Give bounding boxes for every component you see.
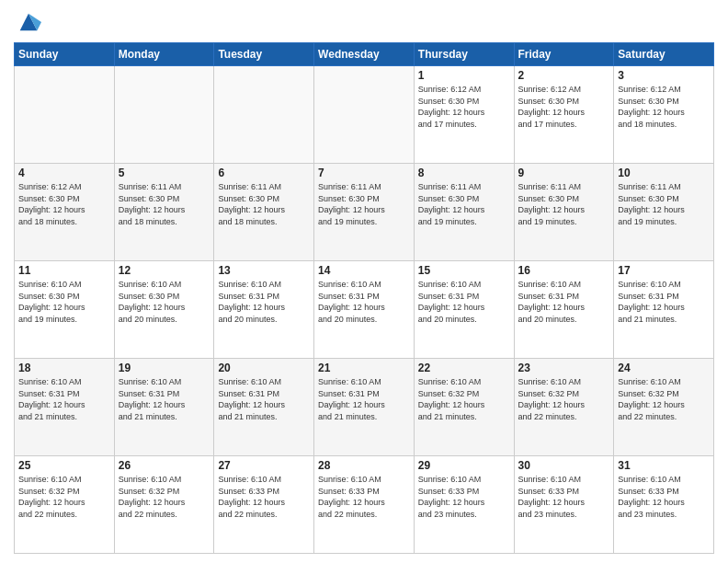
calendar-cell: 31Sunrise: 6:10 AM Sunset: 6:33 PM Dayli… bbox=[614, 456, 714, 554]
calendar-cell: 30Sunrise: 6:10 AM Sunset: 6:33 PM Dayli… bbox=[514, 456, 614, 554]
week-row-1: 1Sunrise: 6:12 AM Sunset: 6:30 PM Daylig… bbox=[15, 66, 714, 164]
calendar-cell: 2Sunrise: 6:12 AM Sunset: 6:30 PM Daylig… bbox=[514, 66, 614, 164]
week-row-3: 11Sunrise: 6:10 AM Sunset: 6:30 PM Dayli… bbox=[15, 261, 714, 359]
day-info: Sunrise: 6:10 AM Sunset: 6:33 PM Dayligh… bbox=[318, 474, 410, 520]
calendar-cell: 18Sunrise: 6:10 AM Sunset: 6:31 PM Dayli… bbox=[15, 359, 115, 456]
day-info: Sunrise: 6:12 AM Sunset: 6:30 PM Dayligh… bbox=[418, 84, 510, 130]
day-number: 22 bbox=[418, 362, 510, 374]
logo bbox=[14, 9, 41, 35]
week-row-2: 4Sunrise: 6:12 AM Sunset: 6:30 PM Daylig… bbox=[15, 164, 714, 261]
calendar-cell: 8Sunrise: 6:11 AM Sunset: 6:30 PM Daylig… bbox=[414, 164, 514, 261]
day-number: 30 bbox=[518, 459, 610, 472]
calendar-cell: 10Sunrise: 6:11 AM Sunset: 6:30 PM Dayli… bbox=[614, 164, 714, 261]
calendar-cell: 25Sunrise: 6:10 AM Sunset: 6:32 PM Dayli… bbox=[15, 456, 115, 554]
day-number: 3 bbox=[618, 69, 710, 82]
weekday-header-friday: Friday bbox=[514, 43, 614, 66]
day-info: Sunrise: 6:11 AM Sunset: 6:30 PM Dayligh… bbox=[418, 181, 510, 227]
day-number: 15 bbox=[418, 264, 510, 277]
day-info: Sunrise: 6:10 AM Sunset: 6:31 PM Dayligh… bbox=[18, 376, 110, 422]
calendar-cell: 14Sunrise: 6:10 AM Sunset: 6:31 PM Dayli… bbox=[314, 261, 415, 359]
week-row-4: 18Sunrise: 6:10 AM Sunset: 6:31 PM Dayli… bbox=[15, 359, 714, 456]
weekday-header-saturday: Saturday bbox=[614, 43, 714, 66]
day-number: 28 bbox=[318, 459, 410, 472]
calendar-cell bbox=[314, 66, 415, 164]
day-number: 31 bbox=[618, 459, 710, 472]
day-number: 7 bbox=[318, 167, 410, 179]
day-info: Sunrise: 6:10 AM Sunset: 6:30 PM Dayligh… bbox=[18, 279, 110, 325]
day-info: Sunrise: 6:10 AM Sunset: 6:31 PM Dayligh… bbox=[119, 376, 210, 422]
calendar-cell: 5Sunrise: 6:11 AM Sunset: 6:30 PM Daylig… bbox=[114, 164, 214, 261]
day-info: Sunrise: 6:12 AM Sunset: 6:30 PM Dayligh… bbox=[518, 84, 610, 130]
day-info: Sunrise: 6:10 AM Sunset: 6:31 PM Dayligh… bbox=[618, 279, 710, 325]
day-info: Sunrise: 6:11 AM Sunset: 6:30 PM Dayligh… bbox=[518, 181, 610, 227]
day-info: Sunrise: 6:11 AM Sunset: 6:30 PM Dayligh… bbox=[618, 181, 710, 227]
day-info: Sunrise: 6:10 AM Sunset: 6:32 PM Dayligh… bbox=[18, 474, 110, 520]
day-info: Sunrise: 6:10 AM Sunset: 6:31 PM Dayligh… bbox=[518, 279, 610, 325]
day-number: 2 bbox=[518, 69, 610, 82]
day-info: Sunrise: 6:10 AM Sunset: 6:32 PM Dayligh… bbox=[518, 376, 610, 422]
calendar-cell: 15Sunrise: 6:10 AM Sunset: 6:31 PM Dayli… bbox=[414, 261, 514, 359]
calendar-cell bbox=[114, 66, 214, 164]
day-info: Sunrise: 6:10 AM Sunset: 6:30 PM Dayligh… bbox=[119, 279, 210, 325]
calendar-cell: 23Sunrise: 6:10 AM Sunset: 6:32 PM Dayli… bbox=[514, 359, 614, 456]
day-number: 13 bbox=[218, 264, 310, 277]
calendar-cell: 12Sunrise: 6:10 AM Sunset: 6:30 PM Dayli… bbox=[114, 261, 214, 359]
calendar-cell: 9Sunrise: 6:11 AM Sunset: 6:30 PM Daylig… bbox=[514, 164, 614, 261]
day-number: 12 bbox=[119, 264, 210, 277]
day-info: Sunrise: 6:10 AM Sunset: 6:33 PM Dayligh… bbox=[618, 474, 710, 520]
day-info: Sunrise: 6:10 AM Sunset: 6:31 PM Dayligh… bbox=[418, 279, 510, 325]
calendar-cell: 3Sunrise: 6:12 AM Sunset: 6:30 PM Daylig… bbox=[614, 66, 714, 164]
day-number: 5 bbox=[119, 167, 210, 179]
day-info: Sunrise: 6:10 AM Sunset: 6:33 PM Dayligh… bbox=[418, 474, 510, 520]
day-number: 23 bbox=[518, 362, 610, 374]
day-info: Sunrise: 6:10 AM Sunset: 6:31 PM Dayligh… bbox=[318, 279, 410, 325]
calendar-cell: 28Sunrise: 6:10 AM Sunset: 6:33 PM Dayli… bbox=[314, 456, 415, 554]
day-number: 20 bbox=[218, 362, 310, 374]
calendar-cell: 1Sunrise: 6:12 AM Sunset: 6:30 PM Daylig… bbox=[414, 66, 514, 164]
day-number: 24 bbox=[618, 362, 710, 374]
day-number: 27 bbox=[218, 459, 310, 472]
calendar-cell: 24Sunrise: 6:10 AM Sunset: 6:32 PM Dayli… bbox=[614, 359, 714, 456]
day-info: Sunrise: 6:10 AM Sunset: 6:31 PM Dayligh… bbox=[218, 279, 310, 325]
weekday-header-row: SundayMondayTuesdayWednesdayThursdayFrid… bbox=[15, 43, 714, 66]
calendar-cell: 13Sunrise: 6:10 AM Sunset: 6:31 PM Dayli… bbox=[214, 261, 314, 359]
calendar-cell: 7Sunrise: 6:11 AM Sunset: 6:30 PM Daylig… bbox=[314, 164, 415, 261]
calendar-cell: 6Sunrise: 6:11 AM Sunset: 6:30 PM Daylig… bbox=[214, 164, 314, 261]
day-info: Sunrise: 6:12 AM Sunset: 6:30 PM Dayligh… bbox=[18, 181, 110, 227]
day-info: Sunrise: 6:11 AM Sunset: 6:30 PM Dayligh… bbox=[318, 181, 410, 227]
calendar-cell bbox=[214, 66, 314, 164]
day-number: 25 bbox=[18, 459, 110, 472]
calendar-cell: 20Sunrise: 6:10 AM Sunset: 6:31 PM Dayli… bbox=[214, 359, 314, 456]
day-info: Sunrise: 6:10 AM Sunset: 6:32 PM Dayligh… bbox=[618, 376, 710, 422]
header bbox=[14, 9, 714, 35]
day-number: 29 bbox=[418, 459, 510, 472]
weekday-header-tuesday: Tuesday bbox=[214, 43, 314, 66]
calendar-cell: 11Sunrise: 6:10 AM Sunset: 6:30 PM Dayli… bbox=[15, 261, 115, 359]
day-info: Sunrise: 6:11 AM Sunset: 6:30 PM Dayligh… bbox=[218, 181, 310, 227]
day-number: 21 bbox=[318, 362, 410, 374]
day-info: Sunrise: 6:10 AM Sunset: 6:33 PM Dayligh… bbox=[218, 474, 310, 520]
weekday-header-wednesday: Wednesday bbox=[314, 43, 415, 66]
day-number: 4 bbox=[18, 167, 110, 179]
calendar-cell: 19Sunrise: 6:10 AM Sunset: 6:31 PM Dayli… bbox=[114, 359, 214, 456]
page: SundayMondayTuesdayWednesdayThursdayFrid… bbox=[0, 0, 728, 563]
day-number: 8 bbox=[418, 167, 510, 179]
calendar-cell: 26Sunrise: 6:10 AM Sunset: 6:32 PM Dayli… bbox=[114, 456, 214, 554]
calendar-cell: 16Sunrise: 6:10 AM Sunset: 6:31 PM Dayli… bbox=[514, 261, 614, 359]
calendar-cell: 29Sunrise: 6:10 AM Sunset: 6:33 PM Dayli… bbox=[414, 456, 514, 554]
day-info: Sunrise: 6:10 AM Sunset: 6:32 PM Dayligh… bbox=[418, 376, 510, 422]
day-number: 16 bbox=[518, 264, 610, 277]
logo-icon bbox=[16, 9, 41, 35]
day-info: Sunrise: 6:10 AM Sunset: 6:31 PM Dayligh… bbox=[218, 376, 310, 422]
calendar-cell: 22Sunrise: 6:10 AM Sunset: 6:32 PM Dayli… bbox=[414, 359, 514, 456]
day-number: 9 bbox=[518, 167, 610, 179]
calendar-cell: 21Sunrise: 6:10 AM Sunset: 6:31 PM Dayli… bbox=[314, 359, 415, 456]
weekday-header-sunday: Sunday bbox=[15, 43, 115, 66]
day-number: 10 bbox=[618, 167, 710, 179]
day-number: 6 bbox=[218, 167, 310, 179]
calendar-cell: 27Sunrise: 6:10 AM Sunset: 6:33 PM Dayli… bbox=[214, 456, 314, 554]
day-number: 1 bbox=[418, 69, 510, 82]
day-number: 11 bbox=[18, 264, 110, 277]
calendar-cell bbox=[15, 66, 115, 164]
day-number: 14 bbox=[318, 264, 410, 277]
